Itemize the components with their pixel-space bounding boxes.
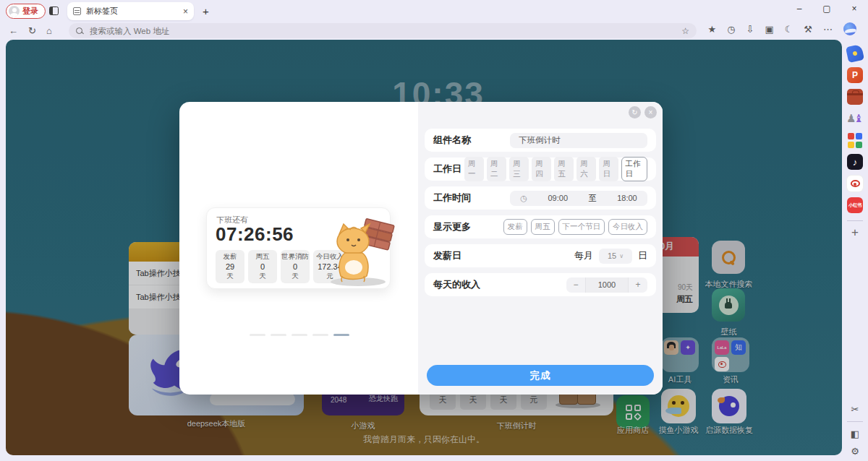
preview-stat: 世界消防 0 天: [281, 250, 310, 283]
browser-chrome: 登录 新标签页 × + – ▢ × ← ↻ ⌂ ☆ ★ ◷ ⇩ ▣: [0, 0, 868, 40]
search-icon: [76, 27, 83, 35]
show-more-label: 显示更多: [433, 220, 471, 233]
login-button[interactable]: 登录: [6, 4, 46, 19]
capture-scissors-icon[interactable]: ✂: [851, 404, 859, 415]
size-option[interactable]: [292, 334, 307, 336]
time-end[interactable]: 18:00: [617, 194, 637, 202]
show-more-chip[interactable]: 今日收入: [608, 219, 647, 235]
toolbar: ← ↻ ⌂ ☆ ★ ◷ ⇩ ▣ ☾ ⚒ ⋯: [0, 22, 868, 40]
settings-gear-icon[interactable]: ⚙: [851, 446, 859, 457]
show-more-chip[interactable]: 周五: [531, 219, 555, 235]
cat-carrying-bricks-illustration: [318, 212, 396, 288]
sidebar-divider: [847, 220, 863, 221]
workday-chip[interactable]: 周五: [554, 157, 574, 181]
address-bar[interactable]: ☆: [69, 23, 697, 38]
split-view-icon[interactable]: ◧: [851, 428, 859, 439]
maximize-button[interactable]: ▢: [822, 4, 832, 14]
modal-close-icon[interactable]: ×: [644, 106, 657, 119]
new-tab-button[interactable]: +: [203, 5, 209, 17]
new-tab-desktop: 10:33 备忘录 Tab操作小技巧 Tab操作小技巧 备忘录 deepseek…: [6, 40, 842, 455]
douyin-app-icon[interactable]: ♪: [847, 154, 863, 170]
back-icon[interactable]: ←: [9, 25, 18, 36]
tab-favicon-icon: [73, 7, 81, 15]
payday-dropdown[interactable]: 15 ∨: [599, 249, 632, 264]
chevron-down-icon: ∨: [619, 253, 624, 259]
workday-chip[interactable]: 周三: [509, 157, 529, 181]
bookmark-star-icon[interactable]: ☆: [681, 26, 689, 36]
browser-logo-icon[interactable]: [843, 22, 856, 35]
reload-icon[interactable]: ↻: [28, 25, 36, 36]
screenshot-icon[interactable]: ▣: [765, 24, 773, 35]
sidebar-divider: [847, 421, 863, 422]
time-start[interactable]: 09:00: [548, 194, 568, 202]
size-option[interactable]: [312, 334, 328, 336]
modal-resize-icon[interactable]: ↻: [629, 106, 641, 119]
more-menu-icon[interactable]: ⋯: [823, 24, 833, 35]
time-to-label: 至: [589, 193, 597, 204]
widget-preview-card: 下班还有 07:26:56 发薪 29 天 周五 0 天 世界消防 0 天: [206, 207, 391, 289]
add-app-icon[interactable]: +: [851, 225, 859, 240]
settings-form: 组件名称 下班倒计时 工作日 周一 周二 周三 周四 周五 周六 周日 工作日 …: [418, 102, 663, 395]
income-value[interactable]: 1000: [585, 277, 629, 293]
income-decrease-button[interactable]: −: [566, 280, 585, 290]
workday-chip[interactable]: 周二: [487, 157, 506, 181]
download-icon[interactable]: ⇩: [746, 24, 754, 35]
toolbox-icon[interactable]: ⚒: [804, 24, 812, 35]
payday-suffix: 日: [638, 249, 647, 262]
size-option-selected[interactable]: [333, 334, 349, 336]
widget-name-row: 组件名称 下班倒计时: [425, 129, 656, 152]
close-window-button[interactable]: ×: [849, 4, 859, 14]
tab-strip: 登录 新标签页 × + – ▢ ×: [0, 0, 868, 22]
show-more-chip[interactable]: 下一个节日: [558, 219, 605, 235]
stat-label: 世界消防: [281, 252, 309, 262]
color-grid-app-icon[interactable]: [847, 132, 863, 148]
stat-value: 0: [260, 262, 265, 271]
stat-unit: 天: [259, 272, 266, 281]
workday-chip[interactable]: 周六: [576, 157, 596, 181]
workday-chip[interactable]: 周四: [532, 157, 551, 181]
address-input[interactable]: [90, 27, 681, 35]
preview-timer: 07:26:56: [216, 223, 294, 246]
tag-app-icon[interactable]: [846, 44, 864, 63]
history-icon[interactable]: ◷: [727, 24, 735, 35]
done-button[interactable]: 完成: [427, 365, 654, 386]
workdays-label: 工作日: [433, 163, 461, 176]
show-more-row: 显示更多 发薪 周五 下一个节日 今日收入: [425, 215, 656, 238]
toolbox-app-icon[interactable]: [847, 89, 863, 105]
minimize-button[interactable]: –: [794, 4, 804, 14]
ppt-app-icon[interactable]: P: [847, 67, 863, 83]
size-option[interactable]: [271, 334, 286, 336]
avatar: [9, 6, 20, 17]
work-time-picker[interactable]: ◷ 09:00 至 18:00: [510, 191, 647, 206]
show-more-chip[interactable]: 发薪: [503, 219, 527, 235]
favorites-icon[interactable]: ★: [707, 24, 716, 35]
work-time-label: 工作时间: [433, 191, 471, 204]
daily-income-label: 每天的收入: [433, 278, 480, 291]
clock-icon: ◷: [520, 194, 527, 203]
income-stepper: − 1000 +: [566, 277, 647, 293]
widget-settings-modal: ↻ × 下班还有 07:26:56 发薪 29 天 周五 0 天 世界消防: [179, 102, 663, 395]
workday-chip[interactable]: 周日: [599, 157, 618, 181]
preview-stat: 周五 0 天: [248, 250, 277, 283]
size-option[interactable]: [250, 334, 265, 336]
tab-close-icon[interactable]: ×: [183, 7, 188, 17]
work-time-row: 工作时间 ◷ 09:00 至 18:00: [425, 186, 656, 210]
stat-unit: 天: [292, 272, 299, 281]
home-icon[interactable]: ⌂: [46, 25, 52, 36]
stat-unit: 天: [226, 272, 234, 281]
income-increase-button[interactable]: +: [629, 280, 647, 290]
login-label: 登录: [22, 6, 38, 17]
payday-prefix: 每月: [574, 249, 593, 262]
app-sidebar: P ♟♝ ♪ 小红书 + ✂ ◧ ⚙: [842, 40, 868, 461]
chess-app-icon[interactable]: ♟♝: [847, 111, 863, 126]
sidebar-toggle-icon[interactable]: [49, 7, 59, 15]
tab-new-tab-page[interactable]: 新标签页 ×: [67, 2, 194, 20]
workday-chip-selected[interactable]: 工作日: [621, 157, 647, 181]
widget-name-input[interactable]: 下班倒计时: [510, 133, 647, 148]
weibo-app-icon[interactable]: [847, 176, 863, 191]
workday-chip[interactable]: 周一: [464, 157, 484, 181]
preview-size-selector[interactable]: [250, 334, 349, 336]
tab-title: 新标签页: [86, 6, 183, 17]
xiaohongshu-app-icon[interactable]: 小红书: [847, 197, 863, 213]
night-mode-icon[interactable]: ☾: [785, 24, 793, 35]
